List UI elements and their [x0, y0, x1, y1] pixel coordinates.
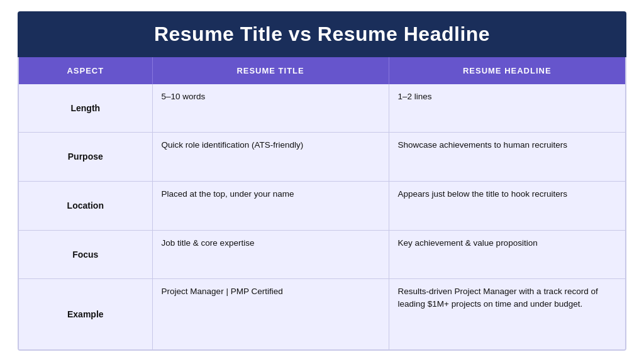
row-2-title-value: Placed at the top, under your name — [152, 181, 389, 230]
row-4-aspect: Example — [19, 279, 152, 349]
table-row: ExampleProject Manager | PMP CertifiedRe… — [19, 279, 625, 349]
row-0-title-value: 5–10 words — [152, 84, 389, 133]
row-3-headline-value: Key achievement & value proposition — [389, 230, 625, 279]
row-2-headline-value: Appears just below the title to hook rec… — [389, 181, 625, 230]
table-row: Length5–10 words1–2 lines — [19, 84, 625, 133]
page-container: Resume Title vs Resume Headline ASPECT R… — [0, 0, 644, 362]
header-resume-headline: RESUME HEADLINE — [389, 57, 625, 84]
comparison-table: ASPECT RESUME TITLE RESUME HEADLINE Leng… — [19, 57, 625, 349]
header-resume-title: RESUME TITLE — [152, 57, 389, 84]
table-row: LocationPlaced at the top, under your na… — [19, 181, 625, 230]
table-wrapper: ASPECT RESUME TITLE RESUME HEADLINE Leng… — [18, 57, 626, 351]
row-1-title-value: Quick role identification (ATS-friendly) — [152, 133, 389, 182]
row-1-aspect: Purpose — [19, 133, 152, 182]
row-0-aspect: Length — [19, 84, 152, 133]
row-4-headline-value: Results-driven Project Manager with a tr… — [389, 279, 625, 349]
row-3-title-value: Job title & core expertise — [152, 230, 389, 279]
header-aspect: ASPECT — [19, 57, 152, 84]
row-0-headline-value: 1–2 lines — [389, 84, 625, 133]
table-row: FocusJob title & core expertiseKey achie… — [19, 230, 625, 279]
row-1-headline-value: Showcase achievements to human recruiter… — [389, 133, 625, 182]
table-row: PurposeQuick role identification (ATS-fr… — [19, 133, 625, 182]
row-2-aspect: Location — [19, 181, 152, 230]
row-4-title-value: Project Manager | PMP Certified — [152, 279, 389, 349]
main-title: Resume Title vs Resume Headline — [18, 11, 626, 57]
table-header-row: ASPECT RESUME TITLE RESUME HEADLINE — [19, 57, 625, 84]
row-3-aspect: Focus — [19, 230, 152, 279]
